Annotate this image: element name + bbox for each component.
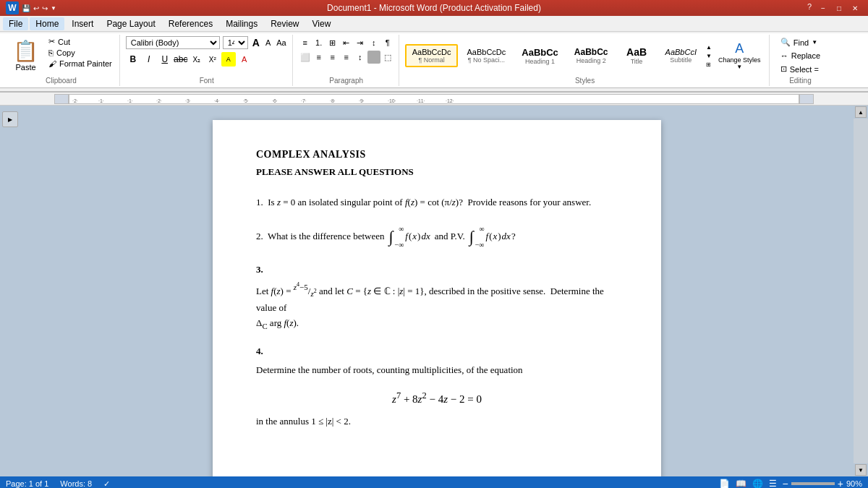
para-row1: ≡ 1. ⊞ ⇤ ⇥ ↕ ¶ (299, 36, 394, 49)
text-highlight-btn[interactable]: A (221, 52, 236, 67)
quick-access-undo[interactable]: ↩ (33, 4, 39, 12)
navigation-toggle[interactable]: ▶ (2, 111, 18, 127)
find-label: Find (793, 38, 809, 47)
decrease-indent-btn[interactable]: ⇤ (340, 36, 353, 49)
bullets-btn[interactable]: ≡ (299, 36, 312, 49)
zoom-level: 90% (846, 479, 862, 488)
multilevel-btn[interactable]: ⊞ (326, 36, 339, 49)
minimize-btn[interactable]: − (816, 2, 830, 14)
clear-format-btn[interactable]: Aa (275, 38, 287, 47)
superscript-button[interactable]: X² (205, 52, 220, 67)
font-name-select[interactable]: Calibri (Body) (126, 36, 220, 49)
line-spacing-btn[interactable]: ↕ (354, 51, 367, 64)
italic-button[interactable]: I (142, 52, 156, 67)
styles-content: AaBbCcDc ¶ Normal AaBbCcDc ¶ No Spaci...… (405, 36, 765, 75)
doc-subtitle: PLEASE ANSWER ALL QUESTIONS (256, 166, 618, 178)
menu-page-layout[interactable]: Page Layout (101, 17, 161, 30)
view-outline-btn[interactable]: ☰ (769, 479, 777, 488)
close-btn[interactable]: ✕ (848, 2, 862, 14)
underline-button[interactable]: U (158, 52, 172, 67)
quick-access-redo[interactable]: ↪ (42, 4, 48, 12)
zoom-control: − + 90% (783, 478, 862, 488)
quick-access-save[interactable]: 💾 (22, 4, 30, 12)
style-heading1-btn[interactable]: AaBbCc Heading 1 (514, 43, 566, 69)
menu-insert[interactable]: Insert (66, 17, 99, 30)
view-web-btn[interactable]: 🌐 (752, 479, 763, 488)
style-subtitle-btn[interactable]: AaBbCcI Subtitle (658, 44, 704, 67)
view-print-btn[interactable]: 📄 (719, 479, 730, 488)
ruler-area: ·2· ·1· ·1· ·2· ·3· ·4· ·5· ·6· ·7· ·8· … (0, 93, 868, 106)
menu-review[interactable]: Review (265, 17, 305, 30)
align-center-btn[interactable]: ≡ (312, 51, 326, 64)
title-bar: W 💾 ↩ ↪ ▼ Document1 - Microsoft Word (Pr… (0, 0, 868, 16)
increase-font-btn[interactable]: A (251, 37, 261, 48)
proofing-icon[interactable]: ✓ (103, 479, 110, 489)
status-right: 📄 📖 🌐 ☰ − + 90% (719, 478, 862, 488)
style-title-btn[interactable]: AaB Title (617, 43, 657, 69)
border-btn[interactable]: ⬚ (381, 51, 394, 64)
scroll-down-btn[interactable]: ▼ (855, 464, 867, 476)
cut-button[interactable]: ✂ Cut (46, 36, 115, 47)
customize-btn[interactable]: ▼ (51, 5, 56, 12)
menu-references[interactable]: References (163, 17, 218, 30)
word-icon[interactable]: W (6, 1, 19, 14)
font-color-btn[interactable]: A (237, 52, 252, 67)
decrease-font-btn[interactable]: A (264, 38, 272, 47)
copy-button[interactable]: ⎘ Copy (46, 48, 115, 58)
doc-title: COMPLEX ANALYSIS (256, 149, 618, 160)
scroll-track (854, 119, 868, 463)
question-4: Determine the number of roots, counting … (256, 363, 618, 378)
justify-btn[interactable]: ≡ (340, 51, 353, 64)
style-no-spacing-btn[interactable]: AaBbCcDc ¶ No Spaci... (459, 44, 513, 67)
align-right-btn[interactable]: ≡ (326, 51, 339, 64)
ruler-left-margin (54, 94, 69, 104)
help-btn[interactable]: ? (804, 2, 814, 14)
scroll-up-btn[interactable]: ▲ (855, 106, 867, 118)
select-button[interactable]: ⊡ Select = (778, 63, 822, 75)
main-area: ▶ COMPLEX ANALYSIS PLEASE ANSWER ALL QUE… (0, 106, 868, 476)
font-content: Calibri (Body) 14 A A Aa B I U abc X₂ X² (126, 36, 288, 75)
menu-file[interactable]: File (3, 17, 28, 30)
doc-area[interactable]: COMPLEX ANALYSIS PLEASE ANSWER ALL QUEST… (20, 106, 854, 476)
zoom-slider[interactable] (791, 482, 835, 485)
status-bar: Page: 1 of 1 Words: 8 ✓ 📄 📖 🌐 ☰ − + 90% (0, 476, 868, 488)
cut-icon: ✂ (48, 37, 55, 46)
align-left-btn[interactable]: ⬜ (299, 51, 312, 64)
editing-content: 🔍 Find ▼ ↔ Replace ⊡ Select = (778, 36, 823, 75)
bold-button[interactable]: B (126, 52, 140, 67)
styles-scroll-up[interactable]: ▲ (705, 43, 712, 51)
maximize-btn[interactable]: □ (832, 2, 846, 14)
page-info: Page: 1 of 1 (6, 479, 48, 488)
editing-group: 🔍 Find ▼ ↔ Replace ⊡ Select = Editing (771, 35, 829, 86)
ribbon: 📋 Paste ✂ Cut ⎘ Copy 🖌 Format Painter (0, 32, 868, 93)
menu-bar: File Home Insert Page Layout References … (0, 16, 868, 32)
style-normal-btn[interactable]: AaBbCcDc ¶ Normal (405, 44, 459, 67)
q4-text: Determine the number of roots, counting … (256, 364, 523, 375)
show-formatting-btn[interactable]: ¶ (381, 36, 394, 49)
styles-scroll-down[interactable]: ▼ (705, 52, 712, 60)
subscript-button[interactable]: X₂ (190, 52, 204, 67)
paste-icon: 📋 (13, 39, 38, 63)
view-full-reading-btn[interactable]: 📖 (736, 479, 746, 488)
title-bar-title: Document1 - Microsoft Word (Product Acti… (0, 3, 868, 13)
zoom-out-btn[interactable]: − (783, 478, 788, 488)
style-heading2-btn[interactable]: AaBbCc Heading 2 (567, 43, 616, 68)
sort-btn[interactable]: ↕ (367, 36, 380, 49)
menu-mailings[interactable]: Mailings (220, 17, 263, 30)
zoom-in-btn[interactable]: + (838, 478, 843, 488)
replace-button[interactable]: ↔ Replace (778, 50, 823, 61)
shading-btn[interactable] (367, 51, 380, 64)
question-2: 2. What is the difference between ∫ ∞ −∞… (256, 223, 618, 251)
styles-more-btn[interactable]: ⊞ (705, 61, 712, 69)
para-row2: ⬜ ≡ ≡ ≡ ↕ ⬚ (299, 51, 394, 64)
find-button[interactable]: 🔍 Find ▼ (778, 36, 820, 48)
paste-button[interactable]: 📋 Paste (7, 36, 44, 74)
menu-view[interactable]: View (307, 17, 337, 30)
format-painter-button[interactable]: 🖌 Format Painter (46, 59, 115, 69)
strikethrough-button[interactable]: abc (174, 52, 188, 67)
increase-indent-btn[interactable]: ⇥ (354, 36, 367, 49)
numbering-btn[interactable]: 1. (312, 36, 326, 49)
change-styles-button[interactable]: A Change Styles ▼ (714, 40, 765, 72)
menu-home[interactable]: Home (30, 17, 64, 30)
font-size-select[interactable]: 14 (223, 36, 248, 49)
